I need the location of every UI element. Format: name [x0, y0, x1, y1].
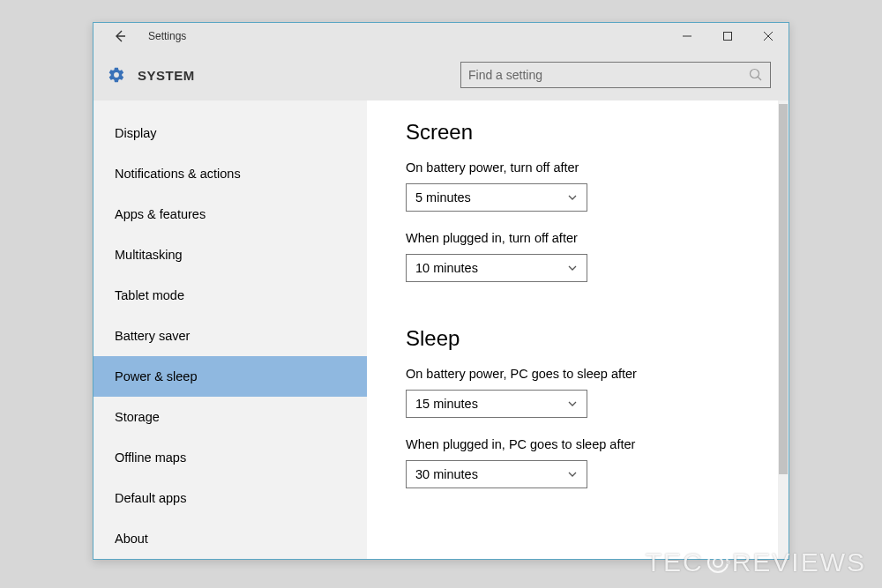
sidebar-item-label: Default apps — [115, 491, 186, 505]
sidebar-item-label: Offline maps — [115, 450, 186, 465]
sidebar-item-label: Display — [115, 126, 157, 140]
titlebar: Settings — [93, 23, 789, 49]
window-title: Settings — [148, 30, 186, 42]
sidebar-item-label: Multitasking — [115, 248, 183, 262]
sidebar: Display Notifications & actions Apps & f… — [93, 100, 367, 559]
sidebar-item-power[interactable]: Power & sleep — [93, 356, 367, 397]
svg-rect-0 — [724, 33, 732, 41]
maximize-icon — [723, 32, 732, 41]
search-input[interactable] — [468, 68, 749, 82]
sidebar-item-label: Tablet mode — [115, 288, 184, 302]
svg-rect-4 — [727, 561, 730, 564]
back-arrow-icon — [113, 29, 127, 43]
sidebar-item-label: Power & sleep — [115, 369, 198, 383]
sidebar-item-default-apps[interactable]: Default apps — [93, 478, 367, 518]
window-controls — [667, 23, 789, 49]
close-button[interactable] — [748, 23, 789, 49]
scrollbar-thumb[interactable] — [779, 104, 788, 474]
sidebar-item-label: Battery saver — [115, 329, 190, 343]
screen-plugged-dropdown[interactable]: 10 minutes — [406, 254, 587, 282]
dropdown-value: 10 minutes — [415, 261, 478, 275]
chevron-down-icon — [567, 263, 578, 273]
sidebar-item-tablet[interactable]: Tablet mode — [93, 275, 367, 316]
chevron-down-icon — [567, 469, 578, 480]
sidebar-item-label: Apps & features — [115, 207, 206, 221]
screen-battery-group: On battery power, turn off after 5 minut… — [406, 160, 767, 212]
settings-window: Settings SYSTEM — [93, 22, 789, 560]
chevron-down-icon — [567, 192, 578, 203]
dropdown-value: 30 minutes — [415, 467, 478, 481]
screen-battery-dropdown[interactable]: 5 minutes — [406, 183, 587, 212]
sidebar-item-multitasking[interactable]: Multitasking — [93, 234, 367, 275]
sidebar-item-storage[interactable]: Storage — [93, 397, 367, 437]
screen-battery-label: On battery power, turn off after — [406, 160, 767, 175]
screen-plugged-group: When plugged in, turn off after 10 minut… — [406, 231, 767, 282]
sidebar-item-label: Storage — [115, 410, 160, 424]
screen-heading: Screen — [406, 120, 767, 145]
sidebar-item-label: Notifications & actions — [115, 167, 241, 181]
search-icon — [749, 68, 763, 82]
sleep-plugged-dropdown[interactable]: 30 minutes — [406, 460, 587, 488]
sidebar-item-label: About — [115, 532, 148, 546]
maximize-button[interactable] — [707, 23, 748, 49]
screen-plugged-label: When plugged in, turn off after — [406, 231, 767, 245]
sidebar-item-display[interactable]: Display — [93, 113, 367, 153]
app-label: SYSTEM — [138, 68, 195, 83]
gear-icon — [108, 66, 125, 84]
sleep-plugged-label: When plugged in, PC goes to sleep after — [406, 437, 767, 451]
minimize-button[interactable] — [667, 23, 707, 49]
back-button[interactable] — [109, 26, 131, 47]
sidebar-item-apps[interactable]: Apps & features — [93, 194, 367, 234]
sleep-battery-group: On battery power, PC goes to sleep after… — [406, 367, 767, 418]
dropdown-value: 15 minutes — [415, 397, 478, 411]
app-branding: SYSTEM — [108, 66, 195, 84]
sidebar-item-battery[interactable]: Battery saver — [93, 316, 367, 356]
search-box[interactable] — [460, 62, 771, 88]
minimize-icon — [683, 32, 691, 41]
sidebar-item-notifications[interactable]: Notifications & actions — [93, 153, 367, 194]
chevron-down-icon — [567, 398, 578, 409]
sleep-plugged-group: When plugged in, PC goes to sleep after … — [406, 437, 767, 488]
sleep-battery-dropdown[interactable]: 15 minutes — [406, 390, 587, 418]
dropdown-value: 5 minutes — [415, 190, 471, 205]
sleep-heading: Sleep — [406, 326, 767, 351]
sidebar-item-about[interactable]: About — [93, 518, 367, 559]
header-row: SYSTEM — [93, 49, 789, 100]
sidebar-item-maps[interactable]: Offline maps — [93, 437, 367, 478]
scrollbar-track[interactable] — [778, 100, 789, 559]
body: Display Notifications & actions Apps & f… — [93, 100, 789, 559]
content-pane: Screen On battery power, turn off after … — [367, 100, 789, 559]
close-icon — [764, 32, 773, 41]
sleep-battery-label: On battery power, PC goes to sleep after — [406, 367, 767, 381]
